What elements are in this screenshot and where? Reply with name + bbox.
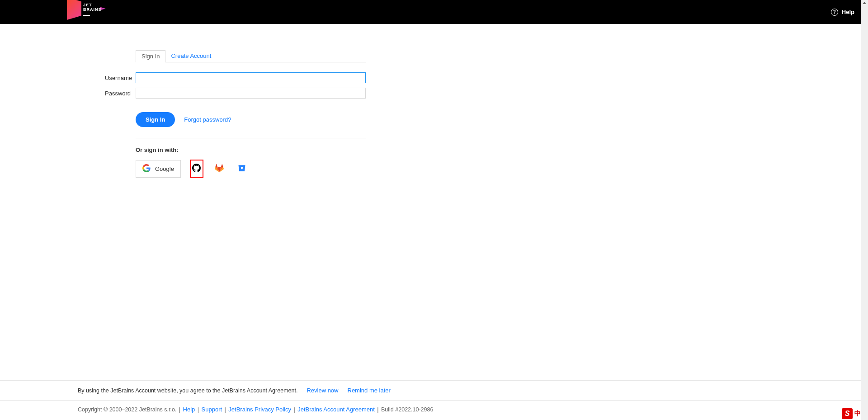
logo-text: JET BRAINS <box>83 3 102 12</box>
gitlab-icon <box>215 164 224 174</box>
google-signin-button[interactable]: Google <box>136 160 181 178</box>
username-input[interactable] <box>136 72 366 83</box>
forgot-password-link[interactable]: Forgot password? <box>184 116 231 123</box>
logo-underline <box>83 15 90 16</box>
top-header: JET BRAINS ? Help <box>0 0 868 24</box>
gitlab-signin-button[interactable] <box>212 162 226 175</box>
social-signin-label: Or sign in with: <box>136 146 366 153</box>
tab-sign-in-label: Sign In <box>142 53 160 60</box>
help-label: Help <box>842 9 854 15</box>
google-label: Google <box>155 165 174 172</box>
tab-create-account-label: Create Account <box>171 52 211 59</box>
signin-form: Username Password Sign In Forgot passwor… <box>105 72 366 178</box>
tab-sign-in[interactable]: Sign In <box>136 50 165 62</box>
username-row: Username <box>105 72 366 83</box>
password-label: Password <box>105 90 136 97</box>
bitbucket-icon <box>238 164 246 174</box>
google-icon <box>142 164 151 174</box>
help-button[interactable]: ? Help <box>831 9 854 16</box>
password-input[interactable] <box>136 88 366 99</box>
auth-tabs: Sign In Create Account <box>136 50 366 62</box>
main-content: Sign In Create Account Username Password… <box>105 24 366 178</box>
divider <box>136 138 366 138</box>
tab-create-account[interactable]: Create Account <box>165 50 217 62</box>
question-circle-icon: ? <box>831 9 838 16</box>
action-row: Sign In Forgot password? <box>136 112 366 127</box>
sign-in-button-label: Sign In <box>146 116 165 123</box>
logo[interactable]: JET BRAINS <box>0 0 116 24</box>
username-label: Username <box>105 75 136 81</box>
sign-in-button[interactable]: Sign In <box>136 112 175 127</box>
social-row: Google <box>136 160 366 178</box>
scroll-up-arrow-icon[interactable] <box>863 2 866 4</box>
github-signin-button[interactable] <box>190 160 203 178</box>
bitbucket-signin-button[interactable] <box>235 162 249 175</box>
vertical-scrollbar[interactable] <box>861 0 868 178</box>
github-icon <box>192 164 201 174</box>
password-row: Password <box>105 88 366 99</box>
